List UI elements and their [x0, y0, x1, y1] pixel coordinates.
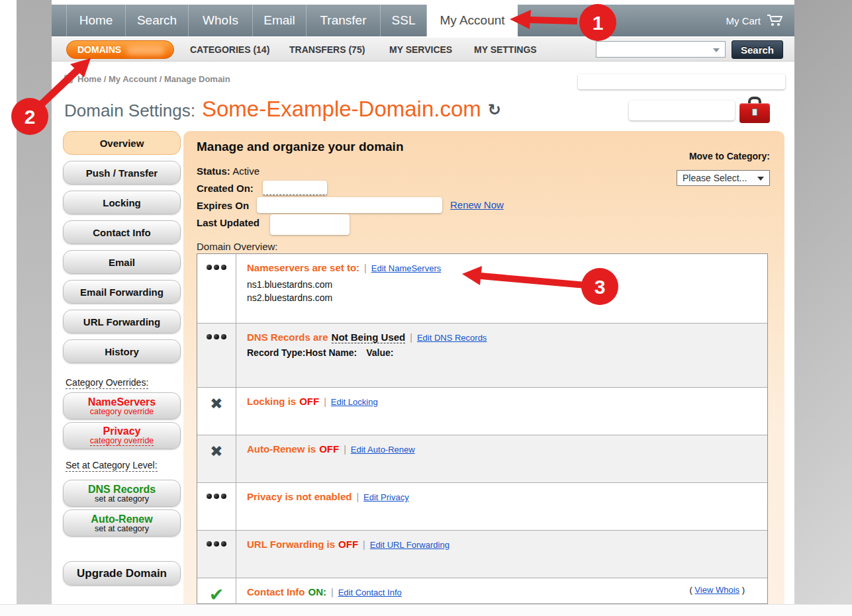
paren-close: ): [742, 585, 745, 595]
sidebar-tab-overview[interactable]: Overview: [63, 131, 181, 155]
status-value: Active: [232, 165, 260, 177]
sidebar-tab-contact-info[interactable]: Contact Info: [63, 220, 181, 244]
nav-tab-search[interactable]: Search: [126, 5, 189, 36]
domain-name: Some-Example-Domain.com: [202, 97, 481, 122]
sidebar-tab-email[interactable]: Email: [63, 250, 181, 274]
edit-dns-records-link[interactable]: Edit DNS Records: [417, 333, 487, 343]
refresh-icon[interactable]: ↻: [488, 101, 501, 119]
updated-label: Last Updated: [197, 217, 260, 228]
nav-tab-my-account[interactable]: My Account: [427, 5, 518, 36]
table-row-nameservers: Nameservers are set to: | Edit NameServe…: [197, 254, 767, 323]
site-search-combobox[interactable]: [596, 41, 726, 58]
sidebar-button-dns-records-category[interactable]: DNS Records set at category: [63, 480, 181, 507]
renew-now-link[interactable]: Renew Now: [450, 199, 504, 210]
category-title: DNS Records: [88, 484, 156, 495]
redacted-box-title: [629, 101, 735, 120]
category-subtitle: set at category: [95, 525, 149, 533]
nav-tab-home[interactable]: Home: [66, 5, 126, 36]
edit-contact-info-link[interactable]: Edit Contact Info: [338, 588, 402, 597]
view-whois-link[interactable]: View Whois: [694, 585, 739, 595]
row-status: ON:: [308, 586, 327, 597]
separator: |: [331, 587, 334, 597]
dots-icon: [207, 333, 226, 341]
breadcrumb-text[interactable]: Home / My Account / Manage Domain: [77, 74, 230, 84]
my-cart-label: My Cart: [726, 15, 761, 26]
upgrade-domain-button[interactable]: Upgrade Domain: [63, 561, 181, 586]
selected-category: Please Select...: [683, 173, 747, 183]
nav-tab-whois[interactable]: WhoIs: [189, 5, 253, 36]
sidebar-tab-locking[interactable]: Locking: [63, 191, 181, 214]
nameserver-2: ns2.bluestardns.com: [247, 291, 761, 304]
edit-locking-link[interactable]: Edit Locking: [331, 397, 378, 407]
row-title: Locking is: [247, 396, 296, 407]
table-row-contact-info: ✔ Contact Info ON: | Edit Contact Info (…: [197, 578, 767, 604]
breadcrumb: Home / My Account / Manage Domain: [64, 74, 230, 84]
row-title: Privacy is not enabled: [247, 491, 352, 502]
chevron-down-icon: [757, 177, 764, 181]
subnav-item-domains[interactable]: DOMAINS: [66, 40, 174, 59]
nav-tab-ssl[interactable]: SSL: [381, 5, 427, 36]
domain-settings-sidebar: Overview Push / Transfer Locking Contact…: [63, 131, 181, 594]
table-row-dns-records: DNS Records are Not Being Used | Edit DN…: [197, 323, 767, 387]
nav-tab-transfer[interactable]: Transfer: [307, 5, 381, 36]
nav-tab-email[interactable]: Email: [253, 5, 307, 36]
chevron-down-icon[interactable]: [713, 48, 720, 52]
sidebar-button-auto-renew-category[interactable]: Auto-Renew set at category: [63, 509, 181, 537]
move-to-category-select[interactable]: Please Select...: [677, 170, 770, 186]
created-label: Created On:: [197, 183, 254, 194]
top-navigation: Home Search WhoIs Email Transfer SSL My …: [52, 5, 794, 36]
panel-heading: Manage and organize your domain: [197, 140, 404, 154]
row-status: OFF: [299, 396, 319, 407]
edit-url-forwarding-link[interactable]: Edit URL Forwarding: [370, 540, 450, 550]
edit-nameservers-link[interactable]: Edit NameServers: [371, 263, 441, 273]
sidebar-button-nameservers-override[interactable]: NameServers category override: [63, 392, 181, 419]
subnav-item-my-settings[interactable]: MY SETTINGS: [474, 38, 537, 62]
sidebar-tab-email-forwarding[interactable]: Email Forwarding: [63, 280, 181, 304]
redacted-expiry-date: [257, 197, 442, 213]
sidebar-button-privacy-override[interactable]: Privacy category override: [63, 422, 181, 449]
sidebar-tab-push-transfer[interactable]: Push / Transfer: [63, 161, 181, 185]
table-row-privacy: Privacy is not enabled | Edit Privacy: [197, 482, 767, 530]
nameserver-1: ns1.bluestardns.com: [247, 278, 761, 291]
row-title: DNS Records are: [247, 331, 328, 343]
move-to-category-label: Move to Category:: [689, 151, 770, 161]
status-icon-cell: [197, 324, 236, 387]
redacted-created-date: [263, 181, 327, 195]
sidebar-tab-history[interactable]: History: [63, 339, 181, 363]
status-line: Status: Active: [197, 165, 260, 177]
override-title: NameServers: [88, 396, 156, 408]
subnav-item-transfers[interactable]: TRANSFERS (75): [289, 38, 365, 62]
status-icon-cell: [197, 254, 236, 323]
x-icon: ✖: [210, 445, 222, 482]
toolbox-latch: [752, 109, 757, 116]
account-sub-navigation: DOMAINS CATEGORIES (14) TRANSFERS (75) M…: [52, 38, 794, 62]
separator: |: [324, 396, 326, 407]
edit-auto-renew-link[interactable]: Edit Auto-Renew: [351, 445, 415, 455]
separator: |: [364, 263, 367, 273]
site-search-input[interactable]: [598, 42, 709, 56]
row-title: URL Forwarding is: [247, 539, 335, 550]
subnav-item-my-services[interactable]: MY SERVICES: [389, 38, 452, 62]
override-subtitle: category override: [90, 437, 154, 446]
row-status: OFF: [338, 539, 358, 550]
redacted-updated-date: [270, 214, 350, 235]
toolbox-icon[interactable]: [739, 97, 770, 124]
check-icon: ✔: [209, 588, 224, 604]
separator: |: [344, 444, 346, 455]
view-whois-wrap: ( View Whois ): [689, 585, 745, 595]
table-row-locking: ✖ Locking is OFF | Edit Locking: [197, 387, 767, 435]
separator: |: [410, 332, 412, 343]
edit-privacy-link[interactable]: Edit Privacy: [363, 492, 409, 502]
status-icon-cell: ✖: [197, 435, 236, 482]
status-label: Status:: [197, 165, 230, 177]
right-gutter: [794, 0, 852, 604]
sidebar-tab-url-forwarding[interactable]: URL Forwarding: [63, 310, 181, 333]
paren-open: (: [689, 585, 692, 595]
my-cart-button[interactable]: My Cart: [726, 5, 784, 36]
override-title: Privacy: [103, 425, 141, 437]
search-button[interactable]: Search: [732, 40, 783, 59]
subnav-item-categories[interactable]: CATEGORIES (14): [190, 38, 269, 62]
bottom-gutter: [0, 604, 852, 616]
dots-icon: [207, 263, 226, 271]
record-type-header: Record Type:: [247, 347, 305, 358]
